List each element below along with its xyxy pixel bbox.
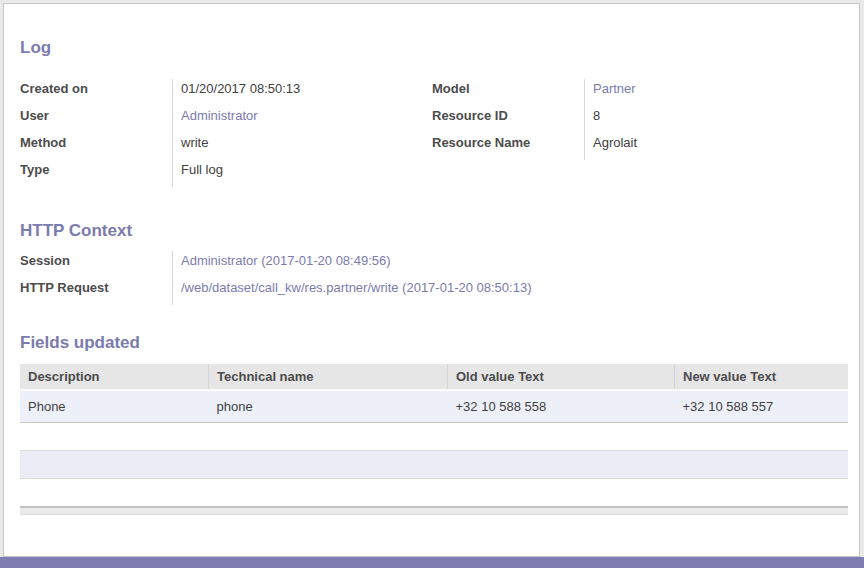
column-header-technical-name: Technical name: [209, 364, 448, 390]
fields-updated-table: Description Technical name Old value Tex…: [20, 364, 848, 423]
resource-id-label: Resource ID: [432, 106, 584, 133]
session-value-link[interactable]: Administrator (2017-01-20 08:49:56): [172, 251, 848, 278]
footer-bar: [0, 557, 864, 568]
method-value: write: [172, 133, 418, 160]
model-value-link[interactable]: Partner: [584, 79, 846, 106]
created-on-value: 01/20/2017 08:50:13: [172, 79, 418, 106]
log-field-groups: Created on 01/20/2017 08:50:13 User Admi…: [20, 79, 848, 187]
http-context-section-title: HTTP Context: [20, 221, 848, 241]
cell-technical-name: phone: [209, 390, 448, 423]
log-sheet: Log Created on 01/20/2017 08:50:13 User …: [4, 4, 859, 515]
cell-old-value: +32 10 588 558: [448, 390, 675, 423]
session-label: Session: [20, 251, 172, 278]
cell-description: Phone: [20, 390, 209, 423]
table-header-row: Description Technical name Old value Tex…: [20, 364, 848, 390]
created-on-label: Created on: [20, 79, 172, 106]
model-label: Model: [432, 79, 584, 106]
user-label: User: [20, 106, 172, 133]
fields-updated-section-title: Fields updated: [20, 333, 848, 353]
user-value-link[interactable]: Administrator: [172, 106, 418, 133]
log-window: Log Created on 01/20/2017 08:50:13 User …: [3, 3, 860, 557]
http-context-field-group: Session Administrator (2017-01-20 08:49:…: [20, 251, 848, 305]
resource-id-value: 8: [584, 106, 846, 133]
log-field-group-left: Created on 01/20/2017 08:50:13 User Admi…: [20, 79, 418, 187]
log-section-title: Log: [20, 38, 848, 58]
type-label: Type: [20, 160, 172, 187]
http-request-label: HTTP Request: [20, 278, 172, 305]
type-value: Full log: [172, 160, 418, 187]
method-label: Method: [20, 133, 172, 160]
resource-name-value: Agrolait: [584, 133, 846, 160]
table-row[interactable]: Phone phone +32 10 588 558 +32 10 588 55…: [20, 390, 848, 423]
column-header-new-value: New value Text: [675, 364, 849, 390]
cell-new-value: +32 10 588 557: [675, 390, 849, 423]
column-header-description: Description: [20, 364, 209, 390]
resource-name-label: Resource Name: [432, 133, 584, 160]
horizontal-scrollbar[interactable]: [20, 506, 848, 515]
http-request-value-link[interactable]: /web/dataset/call_kw/res.partner/write (…: [172, 278, 848, 305]
log-field-group-right: Model Partner Resource ID 8 Resource Nam…: [432, 79, 846, 187]
empty-list-band: [20, 450, 848, 479]
column-header-old-value: Old value Text: [448, 364, 675, 390]
